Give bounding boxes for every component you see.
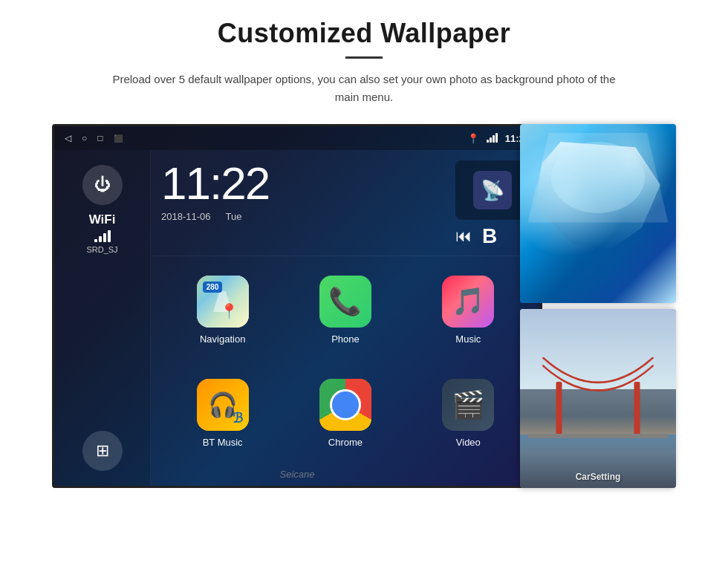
phone-glyph: 📞: [328, 286, 362, 317]
bluetooth-symbol: ℬ: [233, 410, 243, 426]
nav-badge-text: 280: [203, 282, 223, 293]
bt-music-label: BT Music: [203, 437, 243, 448]
apps-grid-icon: ⊞: [96, 441, 109, 461]
screenshot-icon[interactable]: ⬛: [114, 134, 123, 143]
bridge-cables: [528, 357, 669, 437]
clapboard-glyph: 🎬: [452, 389, 485, 420]
phone-icon: 📞: [319, 276, 371, 328]
home-icon[interactable]: ○: [82, 133, 87, 143]
media-widget[interactable]: 📡: [455, 160, 530, 220]
location-icon: 📍: [467, 133, 479, 144]
recent-icon[interactable]: □: [97, 133, 103, 143]
media-controls: ⏮ B: [455, 224, 530, 248]
center-content: 11:22 2018-11-06 Tue 📡: [151, 150, 540, 486]
title-divider: [345, 56, 383, 59]
power-icon: ⏻: [94, 175, 111, 195]
music-icon: 🎵: [442, 276, 494, 328]
wallpaper-ice[interactable]: [520, 124, 676, 303]
nav-pin-icon: 📍: [220, 302, 238, 320]
top-right-area: 📡 ⏮ B: [455, 160, 530, 248]
android-screen: ◁ ○ □ ⬛ 📍 11:22: [52, 124, 542, 488]
phone-label: Phone: [331, 333, 360, 345]
skip-prev-button[interactable]: ⏮: [455, 227, 472, 246]
day-text: Tue: [226, 211, 242, 222]
apps-grid-button[interactable]: ⊞: [82, 431, 123, 471]
page-title: Customized Wallpaper: [218, 18, 511, 49]
bridge-structure: [528, 357, 669, 437]
wallpaper-bridge[interactable]: CarSetting: [520, 309, 676, 488]
sidebar-top: ⏻ WiFi SRD_SJ: [82, 165, 123, 254]
media-broadcast-icon: 📡: [481, 179, 504, 202]
app-video[interactable]: 🎬 Video: [407, 371, 530, 475]
music-glyph: 🎵: [452, 286, 485, 317]
video-label: Video: [456, 437, 481, 448]
wifi-ssid: SRD_SJ: [86, 245, 117, 254]
wallpaper-panels: CarSetting: [520, 124, 676, 488]
screen-outer: ◁ ○ □ ⬛ 📍 11:22: [52, 124, 676, 488]
sidebar-bottom: ⊞: [82, 431, 123, 471]
wifi-widget[interactable]: WiFi SRD_SJ: [86, 212, 117, 254]
time-widget: 11:22 2018-11-06 Tue: [161, 160, 445, 248]
wifi-label: WiFi: [86, 212, 117, 227]
carsetting-label: CarSetting: [576, 472, 621, 482]
signal-icon: [487, 134, 498, 143]
time-display: 11:22: [161, 160, 445, 206]
top-widgets: 11:22 2018-11-06 Tue 📡: [151, 150, 540, 256]
app-grid: 280 📍 Navigation 📞 Phone: [151, 256, 540, 486]
app-phone[interactable]: 📞 Phone: [284, 268, 406, 371]
bt-music-icon: 🎧 ℬ: [197, 379, 249, 431]
app-chrome[interactable]: Chrome: [284, 371, 406, 475]
page-wrapper: Customized Wallpaper Preload over 5 defa…: [0, 0, 728, 563]
date-display: 2018-11-06 Tue: [161, 211, 445, 222]
nav-label: Navigation: [200, 333, 245, 345]
music-label: Music: [455, 333, 481, 345]
app-bt-music[interactable]: 🎧 ℬ BT Music: [161, 371, 284, 475]
main-content: ⏻ WiFi SRD_SJ: [54, 150, 540, 486]
chrome-label: Chrome: [328, 437, 363, 448]
wifi-bars: [86, 230, 117, 242]
media-letter-b: B: [482, 224, 497, 248]
status-bar-left: ◁ ○ □ ⬛: [65, 133, 123, 143]
app-navigation[interactable]: 280 📍 Navigation: [161, 268, 284, 371]
power-button[interactable]: ⏻: [82, 165, 123, 205]
sidebar: ⏻ WiFi SRD_SJ: [54, 150, 151, 486]
chrome-icon: [319, 379, 371, 431]
date-text: 2018-11-06: [161, 211, 211, 222]
video-icon: 🎬: [442, 379, 494, 431]
app-music[interactable]: 🎵 Music: [407, 268, 530, 371]
status-bar: ◁ ○ □ ⬛ 📍 11:22: [54, 126, 540, 150]
page-description: Preload over 5 default wallpaper options…: [111, 71, 617, 106]
navigation-icon: 280 📍: [197, 276, 249, 328]
watermark: Seicane: [280, 469, 315, 480]
back-icon[interactable]: ◁: [65, 133, 71, 143]
